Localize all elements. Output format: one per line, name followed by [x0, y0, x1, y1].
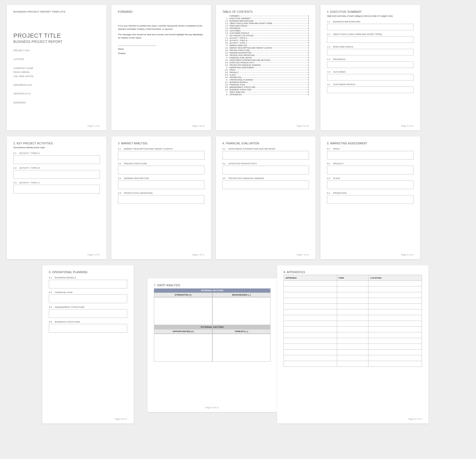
appendix-row	[284, 281, 422, 287]
subsection: 1.1BUSINESS BACKGROUND	[327, 20, 413, 23]
appendix-row	[284, 361, 422, 367]
input-box	[13, 155, 100, 164]
input-box	[118, 166, 204, 174]
subsection: 1.4PROGRESS	[327, 58, 413, 61]
toc-row: 5.2PRODUCT6	[222, 71, 309, 73]
subsection: 4.3PROJECTED FINANCIAL RANKING	[222, 177, 309, 180]
appendix-row	[284, 309, 422, 315]
appendix-row	[284, 327, 422, 332]
toc-row: 1.1BUSINESS BACKGROUND4	[222, 20, 309, 22]
toc-row: 3.MARKET ANALYSIS6	[222, 44, 309, 46]
weaknesses-box	[212, 297, 271, 325]
input-box	[327, 74, 413, 81]
toc-row: 4.2EXPECTED PRODUCTIVITY6	[222, 62, 309, 64]
forward-para2: The message here should be clear and con…	[118, 33, 204, 40]
page-footer: Page 10 of 11	[147, 406, 277, 409]
page-10: 7. SWOT ANALYSIS INTERNAL FACTORS STRENG…	[147, 278, 277, 412]
subsection: 3.3DEMAND DESCRIPTION	[118, 177, 204, 180]
input-box	[13, 185, 100, 193]
internal-factors-header: INTERNAL FACTORS	[154, 288, 270, 293]
toc-row: 3.1MARKET DESCRIPTION AND TARGET CLIENTS…	[222, 47, 309, 49]
toc-row: 5.MARKETING ASSESSMENT6	[222, 67, 309, 68]
page-footer: Page 8 of 11	[401, 254, 413, 256]
subsection: 5.3PLACE	[327, 177, 413, 180]
template-header: BUSINESS PROJECT REPORT TEMPLATE	[13, 10, 100, 13]
strengths-header: STRENGTHS (+)	[154, 293, 212, 297]
appendix-row	[284, 338, 422, 344]
page-7: 4. FINANCIAL EVALUATION 4.1INVESTMENT EX…	[216, 136, 316, 259]
strengths-box	[154, 297, 212, 325]
name-label: Name	[118, 47, 204, 51]
date: 00/00/0000	[13, 101, 100, 105]
appendix-table: APPENDIXITEMLOCATION	[284, 275, 422, 367]
section-header: 1. EXECUTIVE SUMMARY	[327, 10, 413, 13]
input-box	[118, 195, 204, 204]
subsection: 3.2PRICING STRUCTURE	[118, 162, 204, 165]
subsection: 2.2ACTIVITY / TOPIC B	[13, 167, 100, 169]
page-footer: Page 7 of 11	[297, 254, 309, 256]
subsection: 5.4PROMOTION	[327, 192, 413, 194]
page-4: 1. EXECUTIVE SUMMARY High level summary …	[320, 5, 420, 130]
page-footer: Page 2 of 12	[192, 125, 204, 127]
external-factors-header: EXTERNAL FACTORS	[154, 325, 270, 329]
toc-row: 6.4BUSINESS STRUCTURE6	[222, 89, 309, 91]
section-header: 5. MARKETING ASSESSMENT	[327, 142, 413, 145]
input-box	[49, 309, 127, 318]
appendix-col-header: LOCATION	[368, 275, 422, 281]
toc-row: 2.3ACTIVITY / TOPIC C5	[222, 42, 309, 44]
appendix-row	[284, 350, 422, 355]
section-note: Summarized activity and/or topic	[13, 146, 100, 149]
input-box	[327, 195, 413, 204]
weaknesses-header: WEAKNESSES (–)	[212, 293, 271, 297]
subsection: 1.5OUTCOMES	[327, 71, 413, 73]
toc-row: 5.3PLACE6	[222, 74, 309, 76]
input-box	[118, 151, 204, 160]
toc-row: 6.2FINANCIAL PLAN6	[222, 84, 309, 86]
toc-row: 5.4PROMOTION6	[222, 76, 309, 78]
input-box	[49, 324, 127, 333]
input-box	[327, 61, 413, 68]
subsection: 6.1BUSINESS MODELS	[49, 276, 127, 279]
toc-row: FORWARD2	[222, 15, 309, 17]
page-footer: Page 5 of 11	[88, 254, 100, 256]
page-footer: Page 1 of 12	[88, 125, 100, 127]
toc-row: 1.3RISKS AND ISSUES4	[222, 25, 309, 27]
toc-row: 3.2PRICING STRUCTURE6	[222, 49, 309, 51]
input-box	[118, 180, 204, 189]
input-box	[327, 151, 413, 160]
toc-row: 6.3MANAGEMENT STRUCTURE6	[222, 86, 309, 88]
toc-header: TABLE OF CONTENTS	[222, 10, 309, 13]
toc-row: 4.1INVESTMENT EXPENDITURE AND METHODS6	[222, 59, 309, 61]
appendix-row	[284, 292, 422, 298]
page-9: 6. OPERATIONAL PLANNING 6.1BUSINESS MODE…	[42, 265, 134, 424]
swot-table: INTERNAL FACTORS STRENGTHS (+) WEAKNESSE…	[154, 288, 270, 362]
toc-row: 1.6CUSTOMER PROFILE4	[222, 32, 309, 34]
page-2: FORWARD If it is your intention to publi…	[111, 5, 211, 130]
input-box	[222, 151, 309, 160]
subsection: 1.3RISKS AND ISSUES	[327, 46, 413, 48]
toc-row: 1.EXECUTIVE SUMMARY4	[222, 17, 309, 19]
page-5: 2. KEY PROJECT ACTIVITIES Summarized act…	[7, 136, 106, 259]
threats-box	[212, 334, 271, 362]
toc-row: 7.SWOT ANALYSIS6	[222, 91, 309, 93]
toc-list: FORWARD21.EXECUTIVE SUMMARY41.1BUSINESS …	[222, 15, 309, 96]
toc-row: 1.4PROGRESS4	[222, 27, 309, 29]
appendix-col-header: ITEM	[337, 275, 368, 281]
section-header: 6. OPERATIONAL PLANNING	[49, 271, 127, 274]
web-address: webaddress.com	[13, 83, 100, 87]
section-header: 2. KEY PROJECT ACTIVITIES	[13, 142, 100, 145]
input-box	[222, 180, 309, 189]
page-footer: Page 6 of 11	[192, 254, 204, 256]
threats-header: THREATS (–)	[212, 329, 271, 334]
project-subtitle: BUSINESS PROJECT REPORT	[13, 40, 100, 44]
appendix-row	[284, 332, 422, 338]
subsection: 2.1ACTIVITY / TOPIC A	[13, 152, 100, 154]
subsection: 1.6CUSTOMER PROFILE	[327, 83, 413, 86]
forward-header: FORWARD	[118, 10, 204, 13]
subsection: 5.2PRODUCT	[327, 162, 413, 165]
input-box	[327, 180, 413, 189]
page-footer: Page 4 of 12	[401, 125, 413, 127]
toc-row: 3.4PRODUCTION LIMITATIONS6	[222, 54, 309, 56]
input-box	[327, 87, 413, 93]
subsection: 6.2FINANCIAL PLAN	[49, 291, 127, 294]
